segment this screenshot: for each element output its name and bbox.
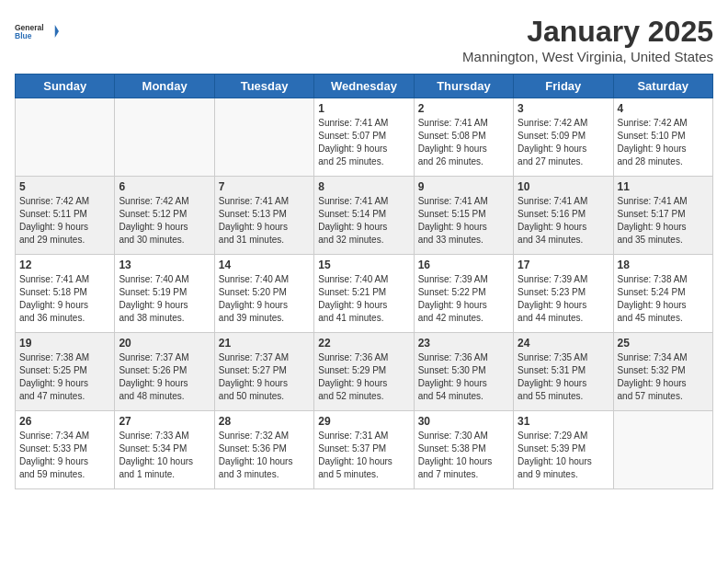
day-number: 9 <box>418 180 509 193</box>
svg-marker-2 <box>55 25 59 38</box>
day-detail: Sunrise: 7:36 AM Sunset: 5:29 PM Dayligh… <box>318 351 409 403</box>
day-number: 26 <box>19 415 110 428</box>
calendar-cell: 3Sunrise: 7:42 AM Sunset: 5:09 PM Daylig… <box>514 98 613 177</box>
calendar-cell: 30Sunrise: 7:30 AM Sunset: 5:38 PM Dayli… <box>414 411 513 489</box>
day-number: 29 <box>318 415 409 428</box>
day-number: 28 <box>219 415 310 428</box>
day-detail: Sunrise: 7:37 AM Sunset: 5:26 PM Dayligh… <box>119 351 210 403</box>
day-number: 17 <box>518 259 609 271</box>
calendar-cell: 12Sunrise: 7:41 AM Sunset: 5:18 PM Dayli… <box>16 255 115 333</box>
calendar-cell: 15Sunrise: 7:40 AM Sunset: 5:21 PM Dayli… <box>314 255 414 333</box>
day-number: 19 <box>19 337 110 350</box>
day-number: 14 <box>219 259 310 271</box>
day-number: 21 <box>219 337 310 350</box>
month-title: January 2025 <box>462 15 713 49</box>
day-detail: Sunrise: 7:42 AM Sunset: 5:09 PM Dayligh… <box>518 117 609 168</box>
calendar-cell: 25Sunrise: 7:34 AM Sunset: 5:32 PM Dayli… <box>613 333 712 411</box>
svg-text:Blue: Blue <box>15 31 32 40</box>
day-detail: Sunrise: 7:36 AM Sunset: 5:30 PM Dayligh… <box>418 351 509 403</box>
calendar-cell: 16Sunrise: 7:39 AM Sunset: 5:22 PM Dayli… <box>414 255 513 333</box>
day-number: 7 <box>219 180 310 193</box>
calendar-cell: 22Sunrise: 7:36 AM Sunset: 5:29 PM Dayli… <box>314 333 414 411</box>
calendar-cell <box>115 98 214 177</box>
day-detail: Sunrise: 7:41 AM Sunset: 5:07 PM Dayligh… <box>318 117 409 168</box>
weekday-header: Wednesday <box>314 75 414 98</box>
day-detail: Sunrise: 7:42 AM Sunset: 5:12 PM Dayligh… <box>119 195 210 247</box>
calendar-cell <box>613 411 712 489</box>
logo-svg: General Blue <box>15 15 59 48</box>
logo: General Blue <box>15 15 59 48</box>
day-detail: Sunrise: 7:40 AM Sunset: 5:21 PM Dayligh… <box>318 273 409 325</box>
calendar-cell: 29Sunrise: 7:31 AM Sunset: 5:37 PM Dayli… <box>314 411 414 489</box>
day-number: 27 <box>119 415 210 428</box>
weekday-header: Saturday <box>613 75 712 98</box>
day-number: 13 <box>119 259 210 271</box>
weekday-header: Tuesday <box>214 75 313 98</box>
day-number: 12 <box>19 259 110 271</box>
day-detail: Sunrise: 7:39 AM Sunset: 5:23 PM Dayligh… <box>518 273 609 325</box>
calendar-week-row: 1Sunrise: 7:41 AM Sunset: 5:07 PM Daylig… <box>16 98 713 177</box>
weekday-header: Friday <box>514 75 613 98</box>
calendar-cell: 6Sunrise: 7:42 AM Sunset: 5:12 PM Daylig… <box>115 177 214 255</box>
calendar-week-row: 26Sunrise: 7:34 AM Sunset: 5:33 PM Dayli… <box>16 411 713 489</box>
calendar-cell: 19Sunrise: 7:38 AM Sunset: 5:25 PM Dayli… <box>16 333 115 411</box>
day-detail: Sunrise: 7:41 AM Sunset: 5:15 PM Dayligh… <box>418 195 509 247</box>
day-detail: Sunrise: 7:40 AM Sunset: 5:20 PM Dayligh… <box>219 273 310 325</box>
day-number: 8 <box>318 180 409 193</box>
calendar-cell: 11Sunrise: 7:41 AM Sunset: 5:17 PM Dayli… <box>613 177 712 255</box>
calendar-cell <box>16 98 115 177</box>
day-number: 25 <box>618 337 709 350</box>
calendar-cell: 10Sunrise: 7:41 AM Sunset: 5:16 PM Dayli… <box>514 177 613 255</box>
day-detail: Sunrise: 7:30 AM Sunset: 5:38 PM Dayligh… <box>418 430 509 481</box>
calendar-cell: 1Sunrise: 7:41 AM Sunset: 5:07 PM Daylig… <box>314 98 414 177</box>
day-detail: Sunrise: 7:42 AM Sunset: 5:11 PM Dayligh… <box>19 195 110 247</box>
calendar-cell: 17Sunrise: 7:39 AM Sunset: 5:23 PM Dayli… <box>514 255 613 333</box>
day-number: 1 <box>318 102 409 115</box>
calendar-cell: 7Sunrise: 7:41 AM Sunset: 5:13 PM Daylig… <box>214 177 313 255</box>
day-detail: Sunrise: 7:40 AM Sunset: 5:19 PM Dayligh… <box>119 273 210 325</box>
calendar-cell: 14Sunrise: 7:40 AM Sunset: 5:20 PM Dayli… <box>214 255 313 333</box>
weekday-header: Sunday <box>16 75 115 98</box>
day-number: 2 <box>418 102 509 115</box>
weekday-header: Thursday <box>414 75 513 98</box>
calendar-cell: 28Sunrise: 7:32 AM Sunset: 5:36 PM Dayli… <box>214 411 313 489</box>
calendar-cell: 21Sunrise: 7:37 AM Sunset: 5:27 PM Dayli… <box>214 333 313 411</box>
day-number: 31 <box>518 415 609 428</box>
weekday-header: Monday <box>115 75 214 98</box>
calendar-cell: 26Sunrise: 7:34 AM Sunset: 5:33 PM Dayli… <box>16 411 115 489</box>
day-detail: Sunrise: 7:41 AM Sunset: 5:18 PM Dayligh… <box>19 273 110 325</box>
calendar-cell: 24Sunrise: 7:35 AM Sunset: 5:31 PM Dayli… <box>514 333 613 411</box>
page-header: General Blue January 2025 Mannington, We… <box>15 15 713 64</box>
day-number: 15 <box>318 259 409 271</box>
calendar-cell: 5Sunrise: 7:42 AM Sunset: 5:11 PM Daylig… <box>16 177 115 255</box>
day-detail: Sunrise: 7:35 AM Sunset: 5:31 PM Dayligh… <box>518 351 609 403</box>
day-detail: Sunrise: 7:38 AM Sunset: 5:25 PM Dayligh… <box>19 351 110 403</box>
calendar-cell: 20Sunrise: 7:37 AM Sunset: 5:26 PM Dayli… <box>115 333 214 411</box>
day-detail: Sunrise: 7:34 AM Sunset: 5:32 PM Dayligh… <box>618 351 709 403</box>
day-number: 3 <box>518 102 609 115</box>
day-detail: Sunrise: 7:41 AM Sunset: 5:13 PM Dayligh… <box>219 195 310 247</box>
day-number: 20 <box>119 337 210 350</box>
day-detail: Sunrise: 7:33 AM Sunset: 5:34 PM Dayligh… <box>119 430 210 481</box>
day-detail: Sunrise: 7:29 AM Sunset: 5:39 PM Dayligh… <box>518 430 609 481</box>
day-detail: Sunrise: 7:39 AM Sunset: 5:22 PM Dayligh… <box>418 273 509 325</box>
title-section: January 2025 Mannington, West Virginia, … <box>462 15 713 64</box>
calendar-cell: 8Sunrise: 7:41 AM Sunset: 5:14 PM Daylig… <box>314 177 414 255</box>
calendar-table: SundayMondayTuesdayWednesdayThursdayFrid… <box>15 74 713 489</box>
day-number: 18 <box>618 259 709 271</box>
calendar-cell: 2Sunrise: 7:41 AM Sunset: 5:08 PM Daylig… <box>414 98 513 177</box>
calendar-week-row: 5Sunrise: 7:42 AM Sunset: 5:11 PM Daylig… <box>16 177 713 255</box>
calendar-cell: 9Sunrise: 7:41 AM Sunset: 5:15 PM Daylig… <box>414 177 513 255</box>
day-detail: Sunrise: 7:32 AM Sunset: 5:36 PM Dayligh… <box>219 430 310 481</box>
calendar-cell: 18Sunrise: 7:38 AM Sunset: 5:24 PM Dayli… <box>613 255 712 333</box>
day-detail: Sunrise: 7:41 AM Sunset: 5:17 PM Dayligh… <box>618 195 709 247</box>
day-detail: Sunrise: 7:37 AM Sunset: 5:27 PM Dayligh… <box>219 351 310 403</box>
day-detail: Sunrise: 7:41 AM Sunset: 5:16 PM Dayligh… <box>518 195 609 247</box>
day-number: 22 <box>318 337 409 350</box>
day-number: 24 <box>518 337 609 350</box>
day-number: 6 <box>119 180 210 193</box>
day-detail: Sunrise: 7:41 AM Sunset: 5:08 PM Dayligh… <box>418 117 509 168</box>
day-number: 11 <box>618 180 709 193</box>
day-number: 16 <box>418 259 509 271</box>
calendar-cell <box>214 98 313 177</box>
